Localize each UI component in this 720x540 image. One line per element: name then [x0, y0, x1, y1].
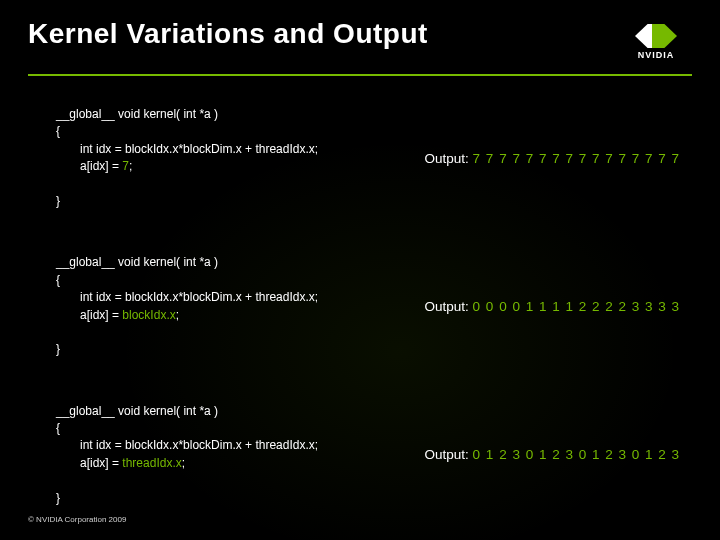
code-brace-close: } [56, 342, 60, 356]
code-block: __global__ void kernel( int *a ) { int i… [56, 254, 318, 358]
code-idx-line: int idx = blockIdx.x*blockDim.x + thread… [80, 142, 318, 156]
output-line: Output: 0 1 2 3 0 1 2 3 0 1 2 3 0 1 2 3 [425, 447, 680, 462]
output-line: Output: 0 0 0 0 1 1 1 1 2 2 2 2 3 3 3 3 [425, 299, 680, 314]
code-sig: __global__ void kernel( int *a ) [56, 404, 218, 418]
nvidia-logo: NVIDIA [620, 18, 692, 66]
slide-header: Kernel Variations and Output NVIDIA [0, 0, 720, 66]
kernel-block-2: __global__ void kernel( int *a ) { int i… [56, 254, 680, 358]
output-label: Output: [425, 447, 469, 462]
code-assign-post: ; [176, 308, 179, 322]
code-assign-highlight: blockIdx.x [122, 308, 175, 322]
slide-footer: © NVIDIA Corporation 2009 [28, 515, 126, 524]
code-idx-line: int idx = blockIdx.x*blockDim.x + thread… [80, 438, 318, 452]
output-label: Output: [425, 151, 469, 166]
code-sig: __global__ void kernel( int *a ) [56, 255, 218, 269]
code-idx-line: int idx = blockIdx.x*blockDim.x + thread… [80, 290, 318, 304]
output-values: 0 0 0 0 1 1 1 1 2 2 2 2 3 3 3 3 [473, 299, 680, 314]
nvidia-eye-icon [635, 24, 677, 48]
code-sig: __global__ void kernel( int *a ) [56, 107, 218, 121]
copyright-text: © NVIDIA Corporation 2009 [28, 515, 126, 524]
code-brace-open: { [56, 421, 60, 435]
slide-content: __global__ void kernel( int *a ) { int i… [0, 76, 720, 507]
code-assign-pre: a[idx] = [80, 159, 122, 173]
code-assign-post: ; [129, 159, 132, 173]
code-brace-close: } [56, 194, 60, 208]
output-values: 0 1 2 3 0 1 2 3 0 1 2 3 0 1 2 3 [473, 447, 680, 462]
output-values: 7 7 7 7 7 7 7 7 7 7 7 7 7 7 7 7 [473, 151, 680, 166]
code-brace-open: { [56, 124, 60, 138]
kernel-block-3: __global__ void kernel( int *a ) { int i… [56, 403, 680, 507]
code-brace-close: } [56, 491, 60, 505]
code-assign-pre: a[idx] = [80, 456, 122, 470]
code-brace-open: { [56, 273, 60, 287]
output-line: Output: 7 7 7 7 7 7 7 7 7 7 7 7 7 7 7 7 [425, 151, 680, 166]
code-block: __global__ void kernel( int *a ) { int i… [56, 106, 318, 210]
kernel-block-1: __global__ void kernel( int *a ) { int i… [56, 106, 680, 210]
code-assign-post: ; [182, 456, 185, 470]
slide-title: Kernel Variations and Output [28, 18, 428, 50]
code-assign-pre: a[idx] = [80, 308, 122, 322]
output-label: Output: [425, 299, 469, 314]
code-block: __global__ void kernel( int *a ) { int i… [56, 403, 318, 507]
nvidia-logo-text: NVIDIA [638, 50, 675, 60]
code-assign-highlight: threadIdx.x [122, 456, 181, 470]
